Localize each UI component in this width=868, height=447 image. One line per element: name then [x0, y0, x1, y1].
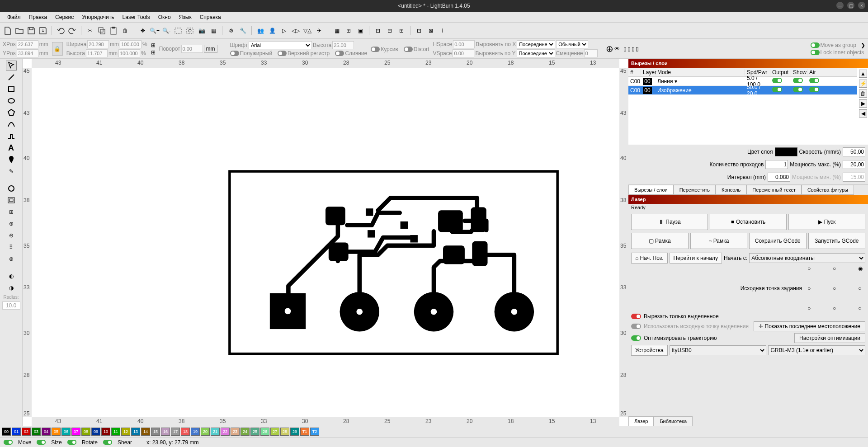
air-toggle-0[interactable]	[809, 78, 819, 83]
tab-move[interactable]: Переместить	[674, 185, 716, 195]
misc3-icon[interactable]: ⊟	[385, 26, 395, 36]
palette-swatch-16[interactable]: 16	[161, 428, 170, 436]
palette-swatch-09[interactable]: 09	[91, 428, 100, 436]
height-input[interactable]	[86, 49, 108, 57]
lockinner-toggle[interactable]	[811, 50, 820, 55]
align-icon[interactable]: ▦	[332, 26, 342, 36]
pmax-input[interactable]	[843, 160, 865, 169]
align-center-icon[interactable]: ▯	[627, 46, 631, 52]
palette-swatch-08[interactable]: 08	[81, 428, 90, 436]
polygon-tool[interactable]	[6, 108, 17, 118]
palette-swatch-14[interactable]: 14	[141, 428, 150, 436]
pan-icon[interactable]: ✥	[138, 26, 148, 36]
vspace-input[interactable]	[453, 49, 474, 57]
offset-input[interactable]	[584, 49, 598, 57]
mirror-h-icon[interactable]: ◁▷	[291, 26, 301, 36]
user-icon[interactable]: 👤	[267, 26, 277, 36]
optsettings-button[interactable]: Настройки оптимизации	[794, 333, 865, 343]
passes-input[interactable]	[765, 160, 788, 169]
send-icon[interactable]: ✈	[314, 26, 324, 36]
import-icon[interactable]	[38, 26, 48, 36]
palette-swatch-27[interactable]: 27	[270, 428, 279, 436]
layer-delete-button[interactable]: 🗑	[859, 89, 867, 98]
grid-array-tool[interactable]: ⠿	[6, 242, 17, 252]
useorigin-toggle[interactable]	[631, 324, 641, 329]
palette-swatch-01[interactable]: 01	[12, 428, 21, 436]
origin-mr[interactable]: ○	[858, 285, 865, 292]
show-toggle-0[interactable]	[793, 78, 803, 83]
cuts-row-0[interactable]: C00 00 Линия ▾ 5.0 / 100.0	[628, 77, 857, 86]
palette-swatch-04[interactable]: 04	[42, 428, 51, 436]
rect-tool[interactable]	[6, 84, 17, 94]
misc-tool2[interactable]: ◑	[6, 283, 17, 293]
style-select[interactable]: Обычный	[556, 40, 588, 48]
text-tool[interactable]: A	[6, 143, 17, 153]
curve-tool[interactable]	[6, 119, 17, 129]
upper-toggle[interactable]	[278, 51, 287, 56]
firmware-select[interactable]: GRBL-M3 (1.1e or earlier)	[768, 345, 865, 355]
zoom-frame-icon[interactable]	[173, 26, 183, 36]
palette-swatch-18[interactable]: 18	[181, 428, 190, 436]
radial-array-tool[interactable]: ⊛	[6, 254, 17, 264]
origin-tl[interactable]: ○	[807, 265, 815, 272]
frame-circle-button[interactable]: ○ Рамка	[690, 233, 748, 249]
goto-origin-button[interactable]: Перейти к началу	[670, 253, 722, 263]
open-icon[interactable]	[14, 26, 24, 36]
devices-button[interactable]: Устройства	[631, 345, 668, 356]
save-gcode-button[interactable]: Сохранить GCode	[749, 233, 807, 249]
save-icon[interactable]	[26, 26, 36, 36]
shear-toggle[interactable]	[103, 440, 112, 445]
palette-swatch-02[interactable]: 02	[22, 428, 31, 436]
menu-laser-tools[interactable]: Laser Tools	[119, 13, 154, 21]
palette-swatch-T2[interactable]: T2	[310, 428, 319, 436]
tab-laser[interactable]: Лазер	[628, 416, 654, 426]
palette-swatch-06[interactable]: 06	[61, 428, 71, 436]
height-pct-input[interactable]	[118, 49, 140, 57]
ellipse-tool[interactable]	[6, 96, 17, 106]
misc2-icon[interactable]: ⊡	[373, 26, 383, 36]
start-button[interactable]: ▶ Пуск	[788, 214, 865, 230]
tab-library[interactable]: Библиотека	[654, 416, 693, 426]
paste-icon[interactable]	[108, 26, 118, 36]
size-toggle[interactable]	[37, 440, 46, 445]
align-left-icon[interactable]: ▯	[623, 46, 627, 52]
palette-swatch-24[interactable]: 24	[241, 428, 250, 436]
output-toggle-0[interactable]	[772, 78, 782, 83]
offset-tool[interactable]	[6, 195, 17, 205]
merge-toggle[interactable]	[335, 51, 344, 56]
rotation-input[interactable]	[181, 45, 203, 53]
palette-swatch-12[interactable]: 12	[121, 428, 130, 436]
line-tool[interactable]	[6, 72, 17, 82]
misc-tool1[interactable]: ◐	[6, 271, 17, 281]
camera-icon[interactable]: 📷	[197, 26, 207, 36]
expand-icon[interactable]: ❯	[861, 42, 865, 48]
width-input[interactable]	[87, 40, 109, 48]
speed-input[interactable]	[843, 147, 865, 156]
italic-toggle[interactable]	[371, 47, 380, 52]
device-settings-icon[interactable]: 🔧	[238, 26, 248, 36]
menu-service[interactable]: Сервис	[52, 13, 77, 21]
origin-bc[interactable]: ○	[833, 305, 840, 311]
aligny-select[interactable]: Посередине	[517, 49, 555, 57]
canvas-workspace[interactable]	[32, 68, 619, 417]
lock-aspect-icon[interactable]: 🔒	[52, 42, 63, 56]
air-toggle-1[interactable]	[809, 87, 819, 92]
interval-input[interactable]	[768, 173, 790, 182]
palette-swatch-19[interactable]: 19	[191, 428, 200, 436]
cutsel-toggle[interactable]	[631, 314, 641, 319]
misc4-icon[interactable]: ⊞	[396, 26, 406, 36]
edit-nodes-tool[interactable]: ✎	[6, 166, 17, 176]
zoom-out-icon[interactable]: 🔍-	[161, 26, 171, 36]
width-pct-input[interactable]	[120, 40, 142, 48]
layer-left-button[interactable]: ◀	[859, 109, 867, 118]
preview-icon[interactable]: ▦	[208, 26, 218, 36]
tab-console[interactable]: Консоль	[716, 185, 746, 195]
cuts-row-1[interactable]: C00 00 Изображение 50.0 / 20.0	[628, 86, 857, 95]
align-top-icon[interactable]: ▯	[636, 46, 639, 52]
minimize-button[interactable]: —	[836, 2, 844, 9]
font-select[interactable]: Arial	[249, 41, 312, 49]
maximize-button[interactable]: ▢	[847, 2, 854, 9]
layer-up-button[interactable]: ▲	[859, 70, 867, 78]
weld-tool[interactable]: ⊕	[6, 219, 17, 229]
delete-icon[interactable]: 🗑	[120, 26, 130, 36]
